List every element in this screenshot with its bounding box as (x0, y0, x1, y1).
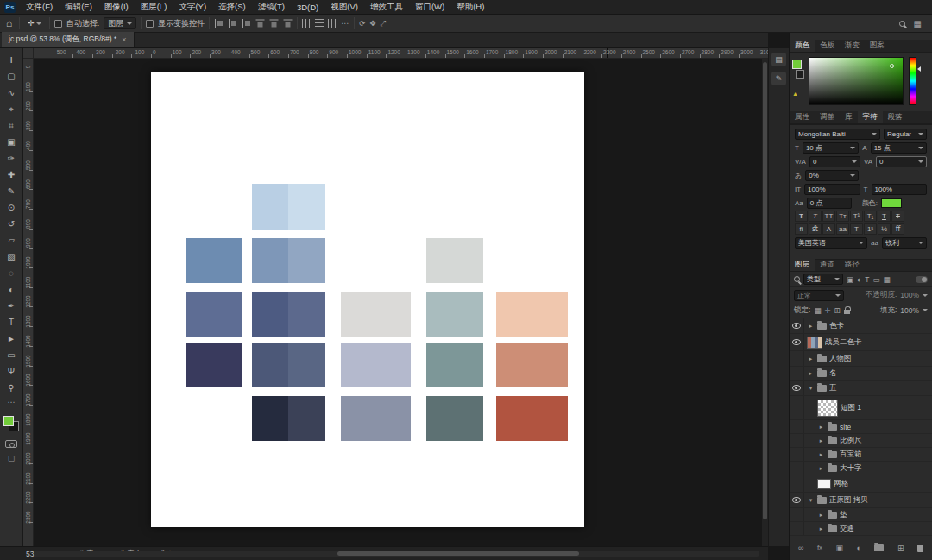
eyedropper-tool[interactable]: ✑ (2, 150, 21, 167)
marquee-tool[interactable]: ▢ (2, 68, 21, 85)
font-style-select[interactable]: Regular (884, 129, 927, 140)
link-layers-icon[interactable]: ∞ (798, 544, 803, 552)
tab-swatches[interactable]: 色板 (815, 39, 840, 52)
menu-item[interactable]: 视图(V) (324, 0, 364, 14)
visibility-toggle[interactable] (790, 367, 804, 380)
visibility-toggle[interactable] (790, 396, 804, 419)
layer-name[interactable]: 垫 (840, 510, 847, 520)
home-icon[interactable]: ⌂ (3, 17, 15, 29)
hue-slider-marker[interactable] (917, 66, 921, 72)
menu-item[interactable]: 图层(L) (135, 0, 173, 14)
brush-tool[interactable]: ✎ (2, 183, 21, 199)
filter-toggle[interactable] (916, 276, 928, 283)
background-color-mini[interactable] (796, 70, 804, 79)
ruler-origin-corner[interactable] (23, 48, 34, 59)
language-select[interactable]: 美国英语 (795, 237, 867, 249)
layer-name[interactable]: 交通 (840, 524, 854, 534)
tab-character[interactable]: 字符 (858, 110, 883, 123)
align-bottom-icon[interactable] (284, 19, 293, 28)
lock-transparency-icon[interactable]: ▦ (814, 306, 821, 315)
menu-item[interactable]: 窗口(W) (409, 0, 450, 14)
visibility-toggle[interactable] (790, 462, 804, 475)
artboard[interactable] (151, 72, 584, 527)
tab-gradients[interactable]: 渐变 (840, 39, 865, 52)
zoom-tool[interactable]: ⚲ (2, 380, 21, 396)
layer-thumbnail[interactable] (807, 337, 822, 349)
visibility-toggle[interactable] (790, 351, 804, 366)
hand-tool[interactable]: Ψ (2, 363, 21, 380)
layer-row[interactable]: ▸垫 (790, 508, 932, 522)
horizontal-scale-field[interactable]: 100% (872, 184, 928, 195)
eraser-tool[interactable]: ▱ (2, 232, 21, 249)
layer-row[interactable]: ▸人物图 (790, 351, 932, 367)
expand-arrow-icon[interactable]: ▸ (817, 451, 825, 458)
filter-adjustment-icon[interactable]: ◐ (857, 275, 861, 284)
menu-item[interactable]: 文字(Y) (173, 0, 212, 14)
gradient-tool[interactable]: ▧ (2, 249, 21, 265)
layer-thumbnail[interactable] (817, 400, 838, 417)
layer-row[interactable]: ▾正原图 拷贝 (790, 493, 932, 508)
frame-tool[interactable]: ▣ (2, 134, 21, 150)
menu-item[interactable]: 编辑(E) (59, 0, 98, 14)
blend-mode-select[interactable]: 正常 (794, 290, 844, 301)
tab-paths[interactable]: 路径 (840, 258, 865, 271)
current-tool-preset[interactable]: ✛ (24, 19, 45, 28)
tab-properties[interactable]: 属性 (790, 110, 815, 123)
menu-item[interactable]: 帮助(H) (450, 0, 490, 14)
ligatures-button[interactable]: fi (795, 223, 808, 235)
menu-item[interactable]: 文件(F) (20, 0, 59, 14)
menu-item[interactable]: 滤镜(T) (252, 0, 291, 14)
layer-thumbnail[interactable] (817, 479, 831, 489)
menu-item[interactable]: 3D(D) (291, 0, 324, 14)
stylistic-alternates-button[interactable]: aa (836, 223, 849, 235)
align-top-icon[interactable] (256, 19, 265, 28)
tab-libraries[interactable]: 库 (840, 110, 858, 123)
visibility-toggle[interactable] (790, 381, 804, 395)
layer-name[interactable]: 五 (829, 383, 837, 393)
layer-name[interactable]: 大十字 (840, 463, 862, 474)
menu-item[interactable]: 增效工具 (364, 0, 409, 14)
expand-arrow-icon[interactable]: ▸ (817, 424, 825, 431)
distribute-spacing-icon[interactable] (328, 19, 337, 28)
layer-row[interactable]: ▸色卡 (790, 318, 932, 334)
font-family-select[interactable]: Mongolian Balti (795, 129, 880, 140)
clone-stamp-tool[interactable]: ⊙ (2, 199, 21, 216)
tab-channels[interactable]: 通道 (815, 258, 840, 271)
horizontal-scrollbar-thumb[interactable] (337, 551, 579, 556)
tab-adjustments[interactable]: 调整 (815, 110, 840, 123)
menu-item[interactable]: 图像(I) (98, 0, 135, 14)
show-transform-checkbox[interactable] (146, 20, 154, 28)
layer-row[interactable]: ▸百宝箱 (790, 448, 932, 462)
antialias-select[interactable]: 锐利 (882, 237, 927, 249)
3d-mode-pan-icon[interactable]: ✥ (369, 19, 375, 28)
document-viewport[interactable] (34, 59, 762, 546)
path-select-tool[interactable]: ► (2, 330, 21, 347)
layer-name[interactable]: 正原图 拷贝 (829, 495, 868, 506)
underline-button[interactable]: T (878, 211, 891, 222)
move-tool[interactable]: ✛ (2, 52, 21, 68)
quick-mask-icon[interactable] (5, 440, 17, 448)
delete-layer-icon[interactable] (917, 545, 923, 552)
dodge-tool[interactable]: ◐ (2, 281, 21, 298)
font-size-select[interactable]: 10 点 (803, 142, 859, 154)
expand-arrow-icon[interactable]: ▾ (807, 497, 815, 504)
visibility-toggle[interactable] (790, 522, 804, 535)
tracking-field[interactable]: 0 (876, 156, 927, 167)
close-icon[interactable]: × (122, 35, 126, 44)
ruler-left[interactable]: 0100200300400500600700800900100011001200… (23, 59, 34, 546)
expand-arrow-icon[interactable]: ▸ (807, 356, 815, 362)
fractions-button[interactable]: ½ (878, 223, 891, 235)
expand-arrow-icon[interactable]: ▸ (817, 437, 825, 444)
distribute-h-icon[interactable] (302, 19, 311, 28)
layer-row[interactable]: ▸site (790, 420, 932, 434)
layer-name[interactable]: 百宝箱 (840, 450, 862, 460)
add-mask-icon[interactable]: ▣ (836, 544, 844, 552)
pen-tool[interactable]: ✒ (2, 298, 21, 314)
strikethrough-button[interactable]: T (891, 211, 904, 222)
history-brush-tool[interactable]: ↺ (2, 216, 21, 232)
expand-arrow-icon[interactable]: ▸ (807, 323, 815, 330)
auto-select-checkbox[interactable] (54, 20, 62, 28)
lock-position-icon[interactable]: ✛ (824, 306, 830, 315)
layer-name[interactable]: 色卡 (829, 321, 844, 331)
layer-name[interactable]: 网格 (834, 479, 848, 489)
